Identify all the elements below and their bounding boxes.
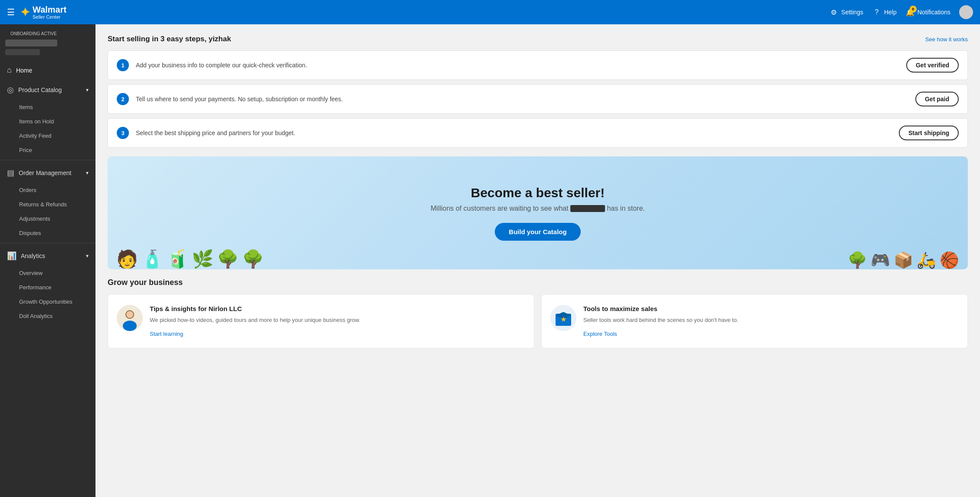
chevron-down-icon-3: ▾ [86, 253, 89, 259]
sidebar-item-order-management[interactable]: ▤ Order Management ▾ [0, 163, 95, 183]
sidebar-item-home[interactable]: ⌂ Home [0, 60, 95, 80]
settings-button[interactable]: ⚙ Settings [829, 7, 863, 17]
notifications-button[interactable]: 🔔 0 Notifications [905, 7, 950, 17]
brand-name: Walmart [33, 5, 66, 14]
svg-point-2 [123, 321, 137, 331]
spark-icon: ✦ [20, 5, 30, 20]
gamepad-icon: 🎮 [871, 251, 890, 269]
step-3-text: Select the best shipping price and partn… [136, 129, 892, 136]
brand-text: Walmart Seller Center [33, 5, 66, 20]
svg-point-3 [126, 311, 133, 318]
start-learning-link[interactable]: Start learning [150, 331, 183, 337]
tools-card-desc: Seller tools work hard behind the scenes… [583, 316, 959, 325]
avatar[interactable] [959, 5, 973, 19]
tips-card-content: Tips & insights for Nirlon LLC We picked… [150, 305, 525, 338]
settings-label: Settings [841, 9, 863, 16]
ball-icon: 🏀 [940, 251, 959, 269]
get-verified-button[interactable]: Get verified [906, 58, 959, 73]
step-3-card: 3 Select the best shipping price and par… [108, 118, 968, 148]
sidebar-item-items[interactable]: Items [0, 100, 95, 114]
sidebar-divider-1 [0, 160, 95, 160]
banner-subtitle-post: has in store. [607, 205, 645, 212]
app-header: ☰ ✦ Walmart Seller Center ⚙ Settings ? H… [0, 0, 980, 24]
sidebar-item-disputes[interactable]: Disputes [0, 226, 95, 240]
step-2-card: 2 Tell us where to send your payments. N… [108, 84, 968, 114]
sidebar-item-product-catalog-label: Product Catalog [18, 86, 62, 93]
sidebar-divider-2 [0, 243, 95, 243]
start-shipping-button[interactable]: Start shipping [899, 126, 959, 140]
see-how-link[interactable]: See how it works [925, 36, 968, 43]
header-left: ☰ ✦ Walmart Seller Center [7, 5, 66, 20]
sidebar-item-performance[interactable]: Performance [0, 280, 95, 295]
steps-title: Start selling in 3 easy steps, yizhak [108, 35, 231, 43]
sidebar-item-home-label: Home [16, 67, 32, 74]
grow-section-title: Grow your business [108, 278, 968, 287]
sidebar-item-growth-opportunities-label: Growth Opportunities [19, 298, 72, 305]
sidebar-item-orders-label: Orders [19, 187, 36, 193]
step-3-number: 3 [117, 127, 129, 139]
tree-icon-1: 🌳 [217, 249, 239, 269]
tips-card-desc: We picked how-to videos, guided tours an… [150, 316, 525, 325]
sidebar-item-disputes-label: Disputes [19, 230, 41, 236]
sidebar-item-items-on-hold[interactable]: Items on Hold [0, 114, 95, 129]
sub-brand-name: Seller Center [33, 14, 66, 20]
tree-icon-2: 🌳 [242, 249, 264, 269]
sidebar-item-performance-label: Performance [19, 284, 51, 291]
analytics-icon: 📊 [7, 251, 16, 261]
sidebar-item-analytics[interactable]: 📊 Analytics ▾ [0, 246, 95, 266]
catalog-icon: ◎ [7, 85, 14, 95]
main-content: Start selling in 3 easy steps, yizhak Se… [95, 24, 980, 497]
sidebar-item-activity-feed[interactable]: Activity Feed [0, 129, 95, 143]
walmart-logo: ✦ Walmart Seller Center [20, 5, 66, 20]
notification-count-badge: 0 [910, 6, 917, 13]
step-1-text: Add your business info to complete our q… [136, 62, 899, 69]
banner-subtitle-redacted [570, 205, 605, 212]
hamburger-menu-icon[interactable]: ☰ [7, 7, 15, 17]
sidebar-item-overview-label: Overview [19, 270, 43, 276]
sidebar-item-overview[interactable]: Overview [0, 266, 95, 280]
sidebar-item-doll-analytics[interactable]: Doll Analytics [0, 309, 95, 323]
get-paid-button[interactable]: Get paid [915, 92, 959, 106]
walmart-box-svg-icon: ★ [550, 305, 576, 331]
sidebar-profile: ONBOARDING ACTIVE [0, 24, 95, 60]
banner-subtitle: Millions of customers are waiting to see… [431, 205, 645, 212]
header-right: ⚙ Settings ? Help 🔔 0 Notifications [829, 5, 973, 19]
promotional-banner: Become a best seller! Millions of custom… [108, 156, 968, 269]
banner-subtitle-pre: Millions of customers are waiting to see… [431, 205, 568, 212]
help-button[interactable]: ? Help [872, 7, 897, 17]
scooter-icon: 🛵 [917, 251, 936, 269]
chevron-down-icon: ▾ [86, 87, 89, 93]
onboarding-status: ONBOARDING ACTIVE [5, 31, 90, 40]
sidebar-item-items-on-hold-label: Items on Hold [19, 118, 54, 125]
sidebar-item-product-catalog[interactable]: ◎ Product Catalog ▾ [0, 80, 95, 100]
box-icon: 📦 [894, 251, 913, 269]
sidebar: ONBOARDING ACTIVE ⌂ Home ◎ Product Catal… [0, 24, 95, 497]
explore-tools-link[interactable]: Explore Tools [583, 331, 617, 337]
person-svg-icon [117, 305, 143, 331]
sidebar-item-doll-analytics-label: Doll Analytics [19, 313, 53, 319]
sidebar-item-adjustments[interactable]: Adjustments [0, 212, 95, 226]
step-2-text: Tell us where to send your payments. No … [136, 96, 908, 103]
sidebar-item-returns-refunds-label: Returns & Refunds [19, 201, 67, 208]
app-layout: ONBOARDING ACTIVE ⌂ Home ◎ Product Catal… [0, 24, 980, 497]
sidebar-item-analytics-label: Analytics [21, 252, 45, 259]
step-1-number: 1 [117, 59, 129, 71]
tools-card-title: Tools to maximize sales [583, 305, 959, 312]
tips-insights-card: Tips & insights for Nirlon LLC We picked… [108, 294, 534, 348]
grow-cards-grid: Tips & insights for Nirlon LLC We picked… [108, 294, 968, 348]
step-1-card: 1 Add your business info to complete our… [108, 50, 968, 80]
tree-icon-3: 🌳 [848, 251, 867, 269]
tools-maximize-card: ★ Tools to maximize sales Seller tools w… [541, 294, 968, 348]
person-illustration: 🧑 [116, 249, 138, 269]
sidebar-item-growth-opportunities[interactable]: Growth Opportunities [0, 295, 95, 309]
sidebar-item-returns-refunds[interactable]: Returns & Refunds [0, 197, 95, 212]
banner-scene-right: 🌳 🎮 📦 🛵 🏀 [848, 251, 959, 269]
steps-header: Start selling in 3 easy steps, yizhak Se… [108, 35, 968, 43]
tools-card-icon: ★ [550, 305, 576, 331]
sidebar-item-price[interactable]: Price [0, 143, 95, 157]
order-icon: ▤ [7, 168, 14, 178]
sidebar-item-orders[interactable]: Orders [0, 183, 95, 197]
profile-detail-blurred [5, 49, 40, 55]
banner-title: Become a best seller! [471, 186, 605, 200]
build-catalog-button[interactable]: Build your Catalog [495, 223, 580, 241]
